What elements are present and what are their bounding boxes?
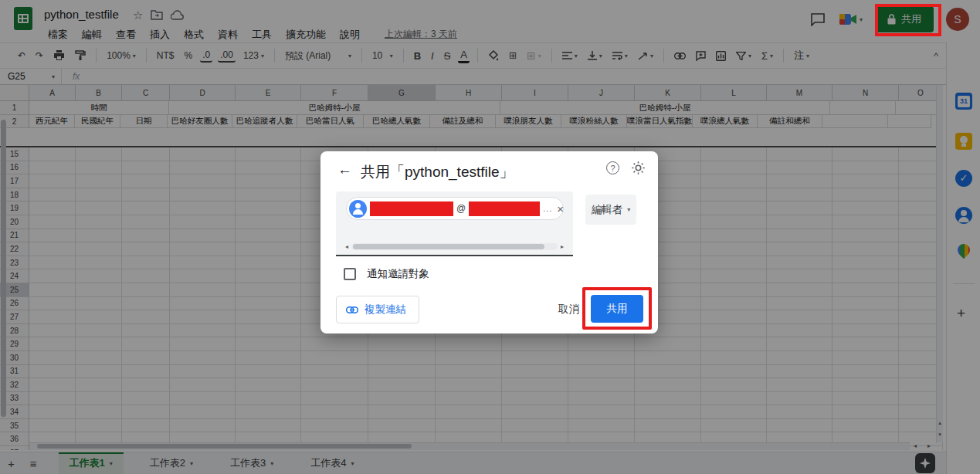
notify-checkbox[interactable] — [344, 268, 356, 280]
role-dropdown[interactable]: 編輯者 ▾ — [585, 195, 636, 225]
link-icon — [346, 306, 358, 313]
help-icon[interactable]: ? — [606, 161, 619, 174]
chip-scrollbar-thumb[interactable] — [353, 244, 544, 249]
copy-link-button[interactable]: 複製連結 — [336, 296, 419, 323]
recipients-input[interactable]: @ ... × ◂ ▸ — [336, 191, 573, 256]
settings-gear-icon[interactable] — [631, 161, 646, 178]
google-sheets-app: python_testfile ☆ 檔案 編輯 查看 插入 格式 資料 工具 擴… — [0, 0, 980, 474]
recipient-chip[interactable]: @ ... × — [346, 197, 564, 220]
dialog-title: 共用「python_testfile」 — [361, 162, 514, 182]
redacted-email-local — [370, 201, 453, 216]
chip-scrollbar[interactable]: ◂ ▸ — [345, 242, 564, 251]
recipient-avatar-icon — [349, 200, 367, 218]
role-caret-icon: ▾ — [627, 206, 630, 213]
back-arrow-icon[interactable]: ← — [337, 161, 352, 178]
at-symbol: @ — [456, 203, 466, 214]
chip-ellipsis: ... — [543, 204, 552, 213]
annotation-box-dialog-share — [582, 287, 652, 330]
notify-checkbox-label: 通知邀請對象 — [367, 267, 429, 281]
annotation-box-top-share — [875, 4, 941, 36]
cancel-button[interactable]: 取消 — [552, 296, 585, 323]
remove-recipient-icon[interactable]: × — [557, 202, 564, 215]
redacted-email-domain — [469, 201, 540, 216]
share-dialog: ← 共用「python_testfile」 ? @ ... × ◂ ▸ 編輯者 … — [320, 151, 658, 333]
